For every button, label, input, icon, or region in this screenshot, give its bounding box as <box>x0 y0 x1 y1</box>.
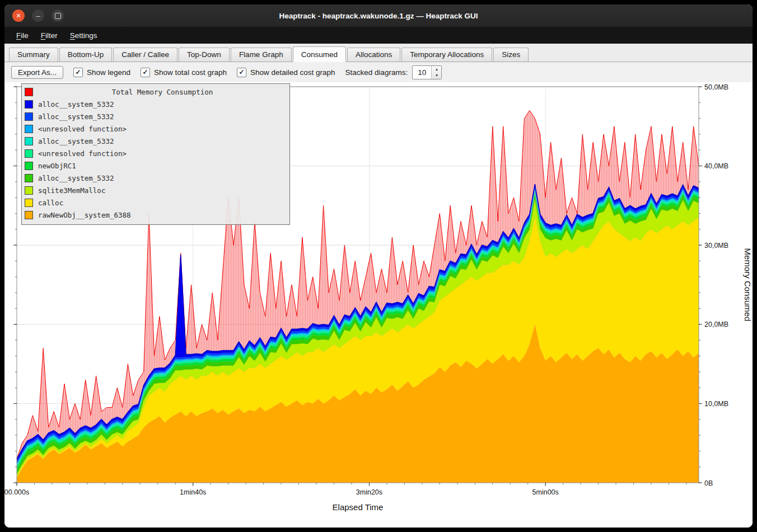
menubar: File Filter Settings <box>4 27 753 44</box>
app-window: Heaptrack - heaptrack.wakunode.1.gz — He… <box>4 4 753 528</box>
y-tick-label: 30,0MB <box>704 242 728 249</box>
x-tick-label: 00.000s <box>4 488 29 496</box>
legend-swatch-icon <box>25 112 33 121</box>
legend-swatch-icon <box>25 125 33 133</box>
legend-swatch-icon <box>25 149 33 158</box>
stacked-diagrams-spinner[interactable]: 10 ▲ ▼ <box>412 65 442 79</box>
y-tick-label: 10,0MB <box>704 400 728 408</box>
legend-label: <unresolved function> <box>38 125 127 133</box>
legend-label: newObjRC1 <box>38 162 76 170</box>
tab-top-down[interactable]: Top-Down <box>179 48 230 62</box>
tab-consumed[interactable]: Consumed <box>293 46 346 62</box>
legend-item[interactable]: alloc__system_5332 <box>25 172 287 184</box>
show-legend-option[interactable]: Show legend <box>73 68 130 77</box>
legend-label: calloc <box>38 199 63 207</box>
show-legend-checkbox[interactable] <box>73 68 83 77</box>
legend-swatch-icon <box>25 100 33 109</box>
x-axis-title: Elapsed Time <box>333 502 384 512</box>
legend-swatch-icon <box>25 186 33 195</box>
stacked-diagrams-group: Stacked diagrams: 10 ▲ ▼ <box>345 65 442 79</box>
legend-item[interactable]: <unresolved function> <box>25 147 287 159</box>
legend-title-swatch <box>25 88 33 96</box>
legend-title: Total Memory Consumption <box>38 88 287 96</box>
show-detailed-cost-label: Show detailed cost graph <box>250 68 335 77</box>
menu-file[interactable]: File <box>11 29 34 42</box>
legend-swatch-icon <box>25 162 33 170</box>
show-total-cost-checkbox[interactable] <box>141 68 150 77</box>
y-tick-label: 40,0MB <box>704 162 728 170</box>
stacked-diagrams-value[interactable]: 10 <box>413 66 431 79</box>
legend-label: alloc__system_5332 <box>38 137 114 145</box>
tabbar: Summary Bottom-Up Caller / Callee Top-Do… <box>4 44 753 62</box>
tab-sizes[interactable]: Sizes <box>493 48 529 62</box>
toolbar: Export As... Show legend Show total cost… <box>4 62 753 82</box>
legend-title-row: Total Memory Consumption <box>25 86 287 98</box>
maximize-button[interactable] <box>52 10 64 22</box>
window-controls <box>12 10 64 22</box>
export-as-button[interactable]: Export As... <box>11 66 63 79</box>
legend-item[interactable]: newObjRC1 <box>25 159 287 172</box>
titlebar[interactable]: Heaptrack - heaptrack.wakunode.1.gz — He… <box>4 4 753 27</box>
spinner-buttons: ▲ ▼ <box>431 66 441 79</box>
legend-label: alloc__system_5332 <box>38 112 114 121</box>
legend-item[interactable]: alloc__system_5332 <box>25 110 287 123</box>
tab-caller-callee[interactable]: Caller / Callee <box>113 48 177 62</box>
legend-label: sqlite3MemMalloc <box>38 186 105 195</box>
show-total-cost-option[interactable]: Show total cost graph <box>141 68 227 77</box>
tab-allocations[interactable]: Allocations <box>347 48 400 62</box>
spinner-up-icon[interactable]: ▲ <box>432 66 441 73</box>
close-button[interactable] <box>12 10 25 22</box>
show-detailed-cost-option[interactable]: Show detailed cost graph <box>237 68 335 77</box>
minimize-button[interactable] <box>32 10 44 22</box>
show-legend-label: Show legend <box>87 68 130 77</box>
legend-swatch-icon <box>25 211 33 219</box>
y-tick-label: 20,0MB <box>704 321 728 328</box>
legend-box: Total Memory Consumption alloc__system_5… <box>21 83 290 225</box>
legend-label: alloc__system_5332 <box>38 100 114 109</box>
tab-summary[interactable]: Summary <box>9 48 58 62</box>
stacked-diagrams-label: Stacked diagrams: <box>345 68 408 77</box>
legend-item[interactable]: alloc__system_5332 <box>25 135 287 147</box>
menu-filter[interactable]: Filter <box>36 29 63 42</box>
window-title: Heaptrack - heaptrack.wakunode.1.gz — He… <box>4 12 753 20</box>
legend-label: <unresolved function> <box>38 149 127 158</box>
legend-label: rawNewObj__system_6388 <box>38 211 131 219</box>
y-tick-label: 50,0MB <box>704 83 728 91</box>
y-tick-label: 0B <box>704 479 713 487</box>
legend-item[interactable]: alloc__system_5332 <box>25 98 287 110</box>
x-tick-label: 3min20s <box>356 488 382 496</box>
legend-swatch-icon <box>25 199 33 207</box>
tab-temporary-allocations[interactable]: Temporary Allocations <box>401 48 492 62</box>
legend-swatch-icon <box>25 174 33 182</box>
legend-item[interactable]: rawNewObj__system_6388 <box>25 209 287 221</box>
tab-bottom-up[interactable]: Bottom-Up <box>59 48 113 62</box>
x-tick-label: 5min00s <box>532 488 559 496</box>
legend-swatch-icon <box>25 137 33 145</box>
legend-item[interactable]: sqlite3MemMalloc <box>25 184 287 196</box>
y-axis-title: Memory Consumed <box>743 248 753 322</box>
tab-flame-graph[interactable]: Flame Graph <box>231 48 292 62</box>
x-tick-label: 1min40s <box>180 488 206 496</box>
menu-settings[interactable]: Settings <box>65 29 102 42</box>
legend-label: alloc__system_5332 <box>38 174 114 182</box>
legend-items: alloc__system_5332alloc__system_5332<unr… <box>25 98 287 221</box>
legend-item[interactable]: calloc <box>25 196 287 209</box>
show-total-cost-label: Show total cost graph <box>154 68 227 77</box>
chart-region: 00.000s1min40s3min20s5min00s0B10,0MB20,0… <box>4 82 753 528</box>
spinner-down-icon[interactable]: ▼ <box>432 72 441 79</box>
legend-item[interactable]: <unresolved function> <box>25 123 287 135</box>
show-detailed-cost-checkbox[interactable] <box>237 68 246 77</box>
